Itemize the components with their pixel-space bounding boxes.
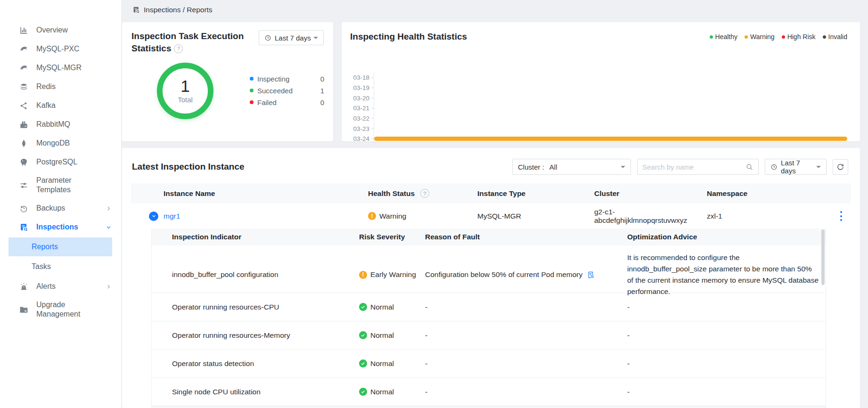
sidebar-item-alerts[interactable]: Alerts: [0, 277, 121, 296]
health-stats-card: Inspecting Health Statistics Healthy War…: [342, 22, 860, 141]
sidebar-item-mysql-pxc[interactable]: MySQL-PXC: [0, 40, 121, 58]
sidebar-item-kafka[interactable]: Kafka: [0, 96, 121, 115]
folder-gear-icon: [19, 305, 28, 314]
sidebar-item-postgresql[interactable]: PostgreSQL: [0, 153, 121, 171]
indicator-cell: Operator running resources-Memory: [152, 331, 359, 340]
sidebar-item-label: PostgreSQL: [36, 157, 77, 167]
legend-item-succeeded[interactable]: Succeeded 1: [250, 87, 324, 94]
legend-dot-healthy: [710, 35, 713, 39]
search-input[interactable]: [638, 163, 745, 171]
time-range-value: Last 7 days: [781, 159, 816, 175]
sidebar-item-parameter-templates[interactable]: Parameter Templates: [0, 171, 121, 199]
breadcrumb[interactable]: Inspections / Reports: [132, 4, 213, 16]
sidebar-item-redis[interactable]: Redis: [0, 77, 121, 96]
cluster-cell: g2-c1-abcdefghijklmnopqrstuvwxyz: [594, 208, 707, 225]
sidebar-item-mysql-mgr[interactable]: MySQL-MGR: [0, 58, 121, 77]
sidebar-item-backups[interactable]: Backups: [0, 199, 121, 218]
legend-dot-invalid: [823, 35, 826, 39]
sidebar-item-reports[interactable]: Reports: [8, 237, 112, 256]
network-icon: [19, 101, 28, 110]
health-status-text: Warning: [379, 212, 406, 220]
legend-item-inspecting[interactable]: Inspecting 0: [250, 75, 324, 82]
severity-cell: Normal: [359, 303, 425, 311]
sidebar-item-upgrade-management[interactable]: Upgrade Management: [0, 296, 121, 323]
legend-item-warning[interactable]: Warning: [745, 33, 775, 41]
sidebar-item-label: Overview: [36, 25, 68, 35]
sidebar-item-label: Redis: [36, 82, 56, 91]
legend-dot-succeeded: [250, 89, 254, 92]
sidebar-item-label: RabbitMQ: [36, 120, 70, 129]
legend-value: 0: [320, 75, 324, 83]
legend-dot-inspecting: [250, 77, 254, 81]
health-chart-legend: Healthy Warning High Risk Invalid: [710, 33, 847, 41]
warning-bar-03-24[interactable]: [374, 137, 847, 141]
legend-label: High Risk: [787, 33, 816, 41]
sidebar-item-label: Reports: [32, 243, 58, 251]
sidebar-item-overview[interactable]: Overview: [0, 21, 121, 40]
layers-icon: [19, 82, 28, 91]
table-header-row: Instance Name Health Status? Instance Ty…: [131, 183, 851, 204]
severity-text: Normal: [370, 303, 394, 311]
sidebar-item-mongodb[interactable]: MongoDB: [0, 134, 121, 153]
col-header-risk-severity: Risk Severity: [359, 233, 425, 241]
sidebar-item-label: Backups: [36, 204, 65, 213]
indicator-cell: innodb_buffer_pool configuration: [152, 270, 359, 279]
sidebar-item-tasks[interactable]: Tasks: [8, 257, 112, 276]
check-icon: [359, 303, 367, 311]
help-icon[interactable]: ?: [420, 189, 429, 198]
cluster-filter-select[interactable]: Cluster : All: [512, 159, 631, 175]
latest-card-title: Latest Inspection Instance: [132, 161, 245, 173]
legend-item-high-risk[interactable]: High Risk: [782, 33, 816, 41]
severity-text: Normal: [370, 388, 394, 396]
search-icon[interactable]: [745, 163, 753, 171]
instances-table: Instance Name Health Status? Instance Ty…: [131, 183, 851, 408]
cluster-filter-label: Cluster :: [518, 163, 544, 171]
clock-icon: [264, 34, 271, 41]
legend-label: Succeeded: [257, 87, 293, 95]
chart-plot-area: 03-18 03-19 03-20 03-21 03-22 03-23 03-2…: [374, 73, 847, 144]
health-card-title: Inspecting Health Statistics: [350, 31, 467, 43]
legend-item-failed[interactable]: Failed 0: [250, 98, 324, 106]
severity-cell: Normal: [359, 359, 425, 368]
legend-dot-failed: [250, 100, 254, 104]
table-row: mgr1 ! Warning MySQL-MGR g2-c1-abcdefghi…: [131, 204, 851, 228]
time-range-select[interactable]: Last 7 days: [765, 159, 827, 175]
chart-row: 03-18: [374, 73, 847, 83]
collapse-row-button[interactable]: [149, 212, 158, 221]
chart-row: 03-19: [374, 83, 847, 93]
col-header-reason-of-fault: Reason of Fault: [425, 233, 627, 241]
y-axis-label: 03-21: [351, 105, 369, 112]
legend-item-healthy[interactable]: Healthy: [710, 33, 737, 41]
scrollbar-thumb[interactable]: [821, 229, 825, 285]
severity-cell: Normal: [359, 331, 425, 340]
time-range-value: Last 7 days: [275, 34, 311, 42]
namespace-cell: zxl-1: [707, 212, 819, 220]
chart-row: 03-23: [374, 123, 847, 134]
report-doc-icon[interactable]: [587, 271, 595, 279]
sidebar-item-rabbitmq[interactable]: RabbitMQ: [0, 115, 121, 134]
inner-header-row: Inspection Indicator Risk Severity Reaso…: [152, 228, 826, 245]
chart-row: 03-22: [374, 114, 847, 124]
sidebar-item-inspections[interactable]: Inspections: [0, 218, 121, 237]
severity-cell: Normal: [359, 388, 425, 396]
col-header-inspection-indicator: Inspection Indicator: [152, 233, 359, 241]
actions-cell: [819, 208, 851, 224]
y-axis-label: 03-18: [351, 74, 369, 81]
advice-cell: -: [627, 331, 826, 340]
severity-text: Normal: [370, 359, 394, 368]
instance-name-link[interactable]: mgr1: [164, 212, 180, 220]
time-range-select[interactable]: Last 7 days: [259, 30, 324, 45]
advice-cell: It is recommended to configure the innod…: [627, 245, 826, 304]
y-axis-label: 03-19: [351, 84, 369, 91]
help-icon[interactable]: ?: [174, 44, 183, 53]
inspection-row: Operator running resources-Memory Normal…: [152, 321, 826, 350]
refresh-button[interactable]: [833, 159, 848, 175]
col-header-cluster: Cluster: [594, 189, 707, 198]
rabbitmq-icon: [19, 120, 28, 129]
col-header-namespace: Namespace: [707, 189, 819, 198]
task-card-title: Inspection Task Execution Statistics?: [131, 30, 259, 55]
reason-text: Configuration below 50% of current Pod m…: [425, 270, 582, 279]
siren-icon: [19, 282, 28, 291]
kebab-menu-icon[interactable]: [831, 208, 851, 224]
legend-item-invalid[interactable]: Invalid: [823, 33, 847, 41]
